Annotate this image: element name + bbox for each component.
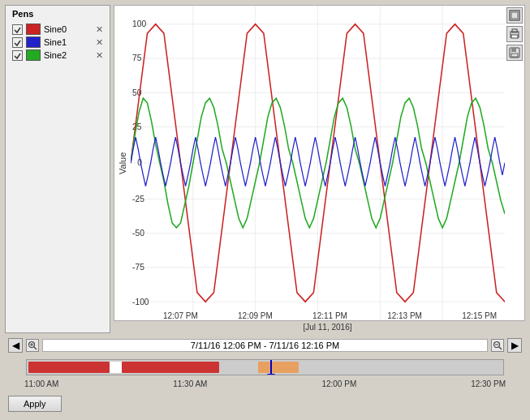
x-tick-0: 12:07 PM	[163, 311, 198, 320]
svg-rect-24	[511, 12, 518, 19]
nav-next-button[interactable]: ▶	[507, 338, 522, 353]
svg-rect-30	[511, 54, 518, 57]
overview-bar-container	[5, 358, 525, 375]
zoom-out-button[interactable]	[491, 339, 504, 352]
pen-item-sine0: Sine0 ✕	[12, 24, 103, 35]
svg-rect-29	[511, 48, 516, 52]
top-section: Pens Sine0 ✕ Sine1 ✕	[5, 5, 525, 333]
nav-range-display: 7/11/16 12:06 PM - 7/11/16 12:16 PM	[26, 339, 504, 352]
expand-button[interactable]	[506, 7, 523, 24]
range-text[interactable]: 7/11/16 12:06 PM - 7/11/16 12:16 PM	[42, 339, 488, 352]
sine0-checkbox[interactable]	[12, 24, 23, 35]
pens-title: Pens	[12, 9, 103, 19]
save-button[interactable]	[506, 45, 523, 61]
x-tick-4: 12:15 PM	[462, 311, 497, 320]
overview-cursor	[270, 360, 272, 375]
x-tick-1: 12:09 PM	[238, 311, 273, 320]
overview-bar[interactable]	[26, 359, 504, 375]
chart-inner[interactable]: 100 75 50 25 0 -25 -50 -75 -100	[131, 6, 505, 320]
svg-line-32	[34, 347, 37, 350]
svg-text:75: 75	[132, 53, 141, 63]
pens-panel: Pens Sine0 ✕ Sine1 ✕	[5, 5, 110, 333]
overview-cursor-arrow	[267, 374, 275, 375]
time-label-0: 11:00 AM	[24, 379, 58, 388]
nav-bar: ◀ 7/11/16 12:06 PM - 7/11/16 12:16 PM	[5, 336, 525, 354]
overview-red-segment-right	[122, 362, 219, 373]
chart-toolbar	[505, 6, 524, 320]
zoom-in-button[interactable]	[26, 339, 39, 352]
x-tick-3: 12:13 PM	[387, 311, 422, 320]
sine1-color-box	[26, 36, 41, 48]
sine2-close-icon[interactable]: ✕	[96, 50, 103, 61]
svg-text:-100: -100	[132, 296, 149, 306]
print-button[interactable]	[506, 26, 523, 42]
sine1-label: Sine1	[44, 37, 93, 47]
sine1-close-icon[interactable]: ✕	[96, 37, 103, 48]
svg-text:-75: -75	[132, 262, 144, 272]
pen-item-sine1: Sine1 ✕	[12, 36, 103, 48]
overview-orange-segment	[258, 362, 299, 373]
time-label-1: 11:30 AM	[173, 379, 207, 388]
nav-prev-button[interactable]: ◀	[8, 338, 23, 353]
x-axis-date: [Jul 11, 2016]	[130, 321, 525, 333]
sine0-label: Sine0	[44, 24, 93, 34]
sine0-color-box	[26, 24, 41, 35]
x-tick-2: 12:11 PM	[312, 311, 347, 320]
sine2-checkbox[interactable]	[12, 50, 23, 61]
svg-text:-50: -50	[132, 228, 144, 238]
y-axis-label: Value	[114, 6, 131, 320]
overview-red-segment-left	[28, 362, 110, 373]
main-container: Pens Sine0 ✕ Sine1 ✕	[0, 0, 530, 420]
apply-section: Apply	[5, 392, 525, 415]
bottom-time-labels: 11:00 AM 11:30 AM 12:00 PM 12:30 PM	[5, 379, 525, 389]
svg-text:100: 100	[132, 19, 146, 29]
pen-item-sine2: Sine2 ✕	[12, 49, 103, 61]
sine1-checkbox[interactable]	[12, 37, 23, 48]
svg-rect-27	[511, 35, 518, 38]
sine2-color-box	[26, 49, 41, 61]
sine2-label: Sine2	[44, 50, 93, 60]
time-label-3: 12:30 PM	[471, 379, 506, 388]
svg-text:-25: -25	[132, 193, 144, 204]
chart-area: Value	[114, 5, 525, 321]
time-label-2: 12:00 PM	[321, 379, 356, 388]
sine0-close-icon[interactable]: ✕	[96, 24, 103, 35]
chart-svg: 100 75 50 25 0 -25 -50 -75 -100	[131, 6, 505, 320]
apply-button[interactable]: Apply	[8, 396, 62, 412]
svg-line-36	[499, 347, 502, 350]
chart-wrapper: Value	[114, 5, 525, 333]
